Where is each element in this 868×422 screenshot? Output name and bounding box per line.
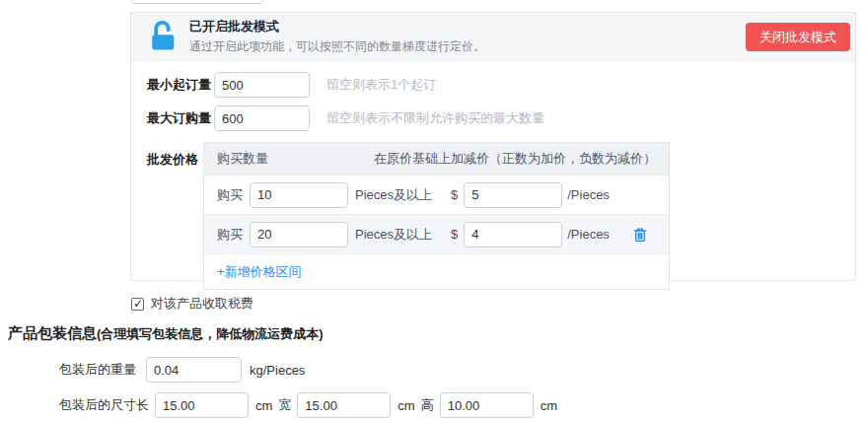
- tier1-price-input[interactable]: [464, 182, 562, 208]
- wholesale-price-label: 批发价格: [147, 142, 203, 169]
- width-input[interactable]: [297, 392, 391, 418]
- tax-checkbox[interactable]: [131, 298, 144, 311]
- dimensions-label: 包装后的尺寸: [59, 396, 136, 414]
- max-order-hint: 留空则表示不限制允许购买的最大数量: [326, 109, 544, 127]
- wholesale-price-row: 批发价格 购买数量 在原价基础上加减价（正数为加价，负数为减价） 购买 Piec…: [147, 142, 855, 290]
- wholesale-mode-banner: 已开启批发模式 通过开启此项功能，可以按照不同的数量梯度进行定价。 关闭批发模式: [131, 13, 855, 61]
- price-table-header: 购买数量 在原价基础上加减价（正数为加价，负数为减价）: [204, 143, 669, 176]
- tier1-qty-input[interactable]: [250, 182, 348, 208]
- min-order-label: 最小起订量: [147, 76, 214, 94]
- packaging-dimensions-row: 包装后的尺寸 长 cm 宽 cm 高 cm: [59, 392, 557, 418]
- banner-title: 已开启批发模式: [189, 18, 485, 35]
- price-tier-table: 购买数量 在原价基础上加减价（正数为加价，负数为减价） 购买 Pieces及以上…: [203, 142, 670, 290]
- packaging-weight-row: 包装后的重量 kg/Pieces: [59, 357, 305, 383]
- max-order-label: 最大订购量: [147, 109, 214, 127]
- wholesale-form: 最小起订量 留空则表示1个起订 最大订购量 留空则表示不限制允许购买的最大数量 …: [131, 61, 855, 290]
- height-input[interactable]: [440, 392, 534, 418]
- price-unit-label: /Pieces: [567, 227, 610, 242]
- truncated-top-input[interactable]: [131, 0, 263, 4]
- currency-symbol: $: [451, 227, 458, 242]
- max-order-row: 最大订购量 留空则表示不限制允许购买的最大数量: [147, 106, 855, 131]
- qty-column-header: 购买数量: [217, 150, 268, 168]
- packaging-title-note: (合理填写包装信息，降低物流运费成本): [97, 326, 324, 341]
- min-order-input[interactable]: [214, 72, 310, 98]
- unlock-icon: [147, 20, 179, 53]
- max-order-input[interactable]: [214, 106, 310, 131]
- banner-description: 通过开启此项功能，可以按照不同的数量梯度进行定价。: [189, 38, 485, 55]
- packaging-section-title: 产品包装信息(合理填写包装信息，降低物流运费成本): [8, 324, 324, 343]
- price-unit-label: /Pieces: [567, 187, 610, 202]
- length-label: 长: [136, 396, 149, 414]
- qty-prefix: 购买: [217, 226, 243, 244]
- page: 已开启批发模式 通过开启此项功能，可以按照不同的数量梯度进行定价。 关闭批发模式…: [0, 0, 868, 422]
- price-tier-row: 购买 Pieces及以上 $ /Pieces: [204, 215, 669, 254]
- height-unit: cm: [541, 398, 557, 413]
- wholesale-panel: 已开启批发模式 通过开启此项功能，可以按照不同的数量梯度进行定价。 关闭批发模式…: [130, 12, 856, 281]
- currency-symbol: $: [451, 187, 458, 202]
- min-order-row: 最小起订量 留空则表示1个起订: [147, 72, 855, 98]
- price-tier-row: 购买 Pieces及以上 $ /Pieces: [204, 176, 669, 215]
- packaging-title-text: 产品包装信息: [8, 324, 97, 341]
- qty-unit-label: Pieces及以上: [355, 226, 440, 244]
- tax-checkbox-label: 对该产品收取税费: [151, 295, 253, 313]
- add-price-tier-link[interactable]: +新增价格区间: [217, 263, 302, 281]
- trash-icon: [631, 232, 649, 246]
- price-table-footer: +新增价格区间: [204, 254, 669, 289]
- price-column-header: 在原价基础上加减价（正数为加价，负数为减价）: [374, 150, 656, 168]
- weight-unit: kg/Pieces: [250, 363, 305, 378]
- length-unit: cm: [255, 398, 272, 413]
- banner-text: 已开启批发模式 通过开启此项功能，可以按照不同的数量梯度进行定价。: [189, 18, 485, 55]
- close-wholesale-mode-button[interactable]: 关闭批发模式: [746, 23, 850, 51]
- weight-label: 包装后的重量: [59, 361, 146, 379]
- width-label: 宽: [278, 396, 291, 414]
- width-unit: cm: [398, 398, 414, 413]
- length-input[interactable]: [155, 392, 249, 418]
- qty-unit-label: Pieces及以上: [355, 186, 440, 204]
- delete-tier-button[interactable]: [631, 226, 649, 244]
- tax-row: 对该产品收取税费: [131, 295, 253, 313]
- tier2-price-input[interactable]: [464, 222, 562, 247]
- min-order-hint: 留空则表示1个起订: [326, 76, 436, 94]
- tier2-qty-input[interactable]: [250, 222, 348, 247]
- weight-input[interactable]: [146, 357, 242, 383]
- height-label: 高: [421, 396, 434, 414]
- qty-prefix: 购买: [217, 186, 243, 204]
